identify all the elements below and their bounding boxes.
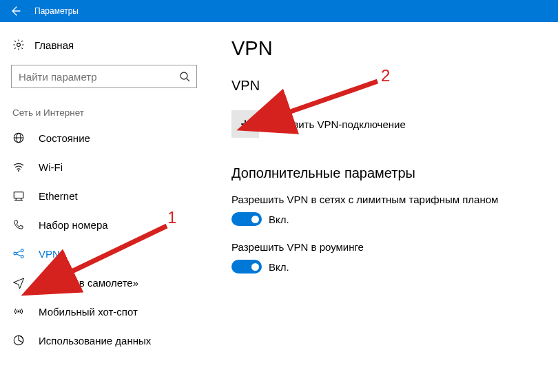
toggle-state-text: Вкл. [269, 261, 289, 273]
annotation-label-2: 2 [381, 66, 390, 85]
setting-roaming: Разрешить VPN в роуминге Вкл. [231, 241, 537, 274]
sidebar-item-dialup[interactable]: Набор номера [0, 210, 208, 239]
data-usage-icon [12, 334, 25, 347]
nav-label: Состояние [39, 132, 90, 144]
sidebar-item-hotspot[interactable]: Мобильный хот-спот [0, 297, 208, 326]
nav-label: VPN [39, 248, 60, 260]
svg-line-15 [16, 254, 21, 256]
toggle-state-text: Вкл. [269, 214, 289, 225]
toggle-knob [251, 263, 259, 271]
annotation-label-1: 1 [167, 208, 176, 227]
add-vpn-label: Добавить VPN-подключение [269, 118, 406, 130]
sidebar-item-airplane[interactable]: Режим «в самолете» [0, 268, 208, 297]
nav-label: Режим «в самолете» [39, 277, 138, 289]
dialup-icon [12, 218, 25, 231]
page-title: VPN [231, 37, 537, 60]
airplane-icon [12, 276, 25, 289]
sidebar-item-datausage[interactable]: Использование данных [0, 326, 208, 355]
vpn-icon [12, 247, 25, 260]
sidebar-item-status[interactable]: Состояние [0, 123, 208, 152]
toggle-metered[interactable] [231, 212, 262, 226]
home-link[interactable]: Главная [0, 34, 208, 55]
nav-label: Набор номера [39, 219, 108, 231]
sidebar-item-vpn[interactable]: VPN [0, 239, 208, 268]
svg-point-16 [18, 311, 20, 313]
nav-label: Ethernet [39, 190, 78, 202]
svg-point-6 [18, 170, 19, 172]
svg-line-2 [187, 79, 189, 81]
search-input[interactable] [12, 71, 173, 83]
nav-label: Wi-Fi [39, 161, 63, 173]
window-title: Параметры [34, 6, 79, 16]
hotspot-icon [12, 305, 25, 318]
nav-label: Мобильный хот-спот [39, 306, 138, 318]
search-box[interactable] [11, 65, 197, 88]
sidebar-item-ethernet[interactable]: Ethernet [0, 181, 208, 210]
arrow-left-icon [10, 6, 21, 17]
setting-label: Разрешить VPN в роуминге [231, 241, 537, 253]
setting-label: Разрешить VPN в сетях с лимитным тарифны… [231, 194, 537, 205]
titlebar: Параметры [0, 0, 558, 22]
add-vpn-button[interactable]: + Добавить VPN-подключение [231, 110, 537, 138]
svg-point-13 [21, 256, 23, 258]
nav-section-label: Сеть и Интернет [12, 107, 208, 118]
globe-icon [12, 132, 25, 144]
nav-label: Использование данных [39, 335, 151, 347]
toggle-knob [251, 216, 259, 223]
ethernet-icon [12, 189, 25, 202]
svg-point-1 [180, 72, 187, 79]
gear-icon [12, 39, 25, 51]
back-button[interactable] [0, 0, 30, 22]
toggle-roaming[interactable] [231, 260, 262, 274]
setting-metered: Разрешить VPN в сетях с лимитным тарифны… [231, 194, 537, 226]
advanced-params-title: Дополнительные параметры [231, 165, 537, 181]
svg-point-0 [17, 43, 21, 47]
svg-rect-7 [14, 192, 23, 198]
svg-point-12 [21, 249, 23, 252]
wifi-icon [12, 161, 25, 173]
svg-line-14 [16, 251, 21, 253]
svg-point-11 [14, 252, 17, 255]
search-icon[interactable] [173, 71, 196, 82]
sidebar-item-wifi[interactable]: Wi-Fi [0, 152, 208, 181]
plus-icon: + [231, 110, 259, 138]
home-label: Главная [34, 39, 74, 51]
sidebar: Главная Сеть и Интернет Состояние Wi-Fi [0, 22, 208, 392]
